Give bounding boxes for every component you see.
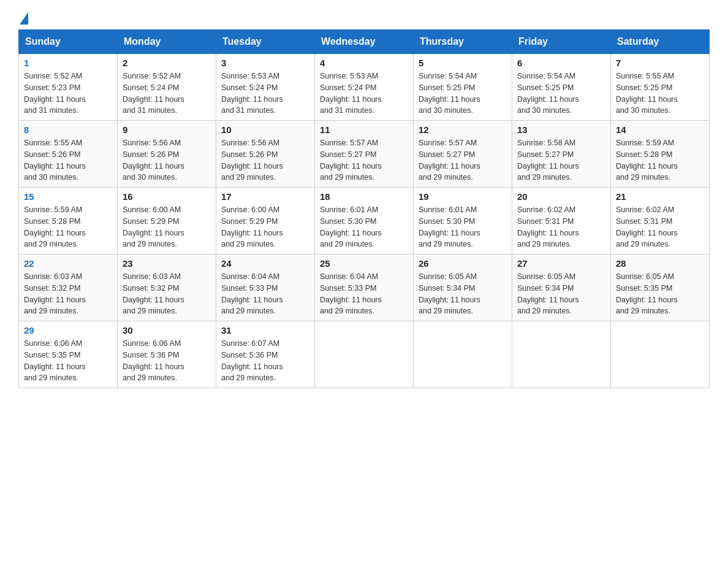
day-info: Sunrise: 5:56 AMSunset: 5:26 PMDaylight:… (221, 139, 283, 182)
day-cell-9: 9 Sunrise: 5:56 AMSunset: 5:26 PMDayligh… (118, 121, 216, 188)
empty-cell (611, 321, 710, 388)
week-row-1: 1 Sunrise: 5:52 AMSunset: 5:23 PMDayligh… (19, 54, 710, 121)
day-cell-24: 24 Sunrise: 6:04 AMSunset: 5:33 PMDaylig… (216, 255, 315, 321)
day-cell-19: 19 Sunrise: 6:01 AMSunset: 5:30 PMDaylig… (414, 188, 512, 255)
day-number: 4 (320, 58, 408, 68)
empty-cell (512, 321, 611, 388)
week-row-4: 22 Sunrise: 6:03 AMSunset: 5:32 PMDaylig… (19, 255, 710, 321)
day-cell-22: 22 Sunrise: 6:03 AMSunset: 5:32 PMDaylig… (19, 255, 118, 321)
day-number: 31 (221, 325, 309, 335)
day-number: 28 (616, 258, 704, 269)
day-info: Sunrise: 6:01 AMSunset: 5:30 PMDaylight:… (320, 205, 382, 248)
day-number: 15 (24, 191, 112, 202)
day-cell-25: 25 Sunrise: 6:04 AMSunset: 5:33 PMDaylig… (315, 255, 414, 321)
day-cell-11: 11 Sunrise: 5:57 AMSunset: 5:27 PMDaylig… (315, 121, 414, 188)
day-info: Sunrise: 5:55 AMSunset: 5:26 PMDaylight:… (24, 139, 86, 182)
day-info: Sunrise: 6:06 AMSunset: 5:35 PMDaylight:… (24, 339, 86, 382)
day-number: 27 (517, 258, 605, 269)
day-info: Sunrise: 6:05 AMSunset: 5:35 PMDaylight:… (616, 272, 678, 315)
day-cell-30: 30 Sunrise: 6:06 AMSunset: 5:36 PMDaylig… (118, 321, 216, 388)
day-cell-20: 20 Sunrise: 6:02 AMSunset: 5:31 PMDaylig… (512, 188, 611, 255)
day-info: Sunrise: 6:07 AMSunset: 5:36 PMDaylight:… (221, 339, 283, 382)
day-cell-5: 5 Sunrise: 5:54 AMSunset: 5:25 PMDayligh… (414, 54, 512, 121)
day-number: 1 (24, 58, 112, 68)
day-cell-4: 4 Sunrise: 5:53 AMSunset: 5:24 PMDayligh… (315, 54, 414, 121)
day-cell-2: 2 Sunrise: 5:52 AMSunset: 5:24 PMDayligh… (118, 54, 216, 121)
day-cell-23: 23 Sunrise: 6:03 AMSunset: 5:32 PMDaylig… (118, 255, 216, 321)
day-info: Sunrise: 6:01 AMSunset: 5:30 PMDaylight:… (419, 205, 480, 248)
header-thursday: Thursday (414, 30, 512, 54)
day-number: 11 (320, 124, 408, 135)
day-cell-17: 17 Sunrise: 6:00 AMSunset: 5:29 PMDaylig… (216, 188, 315, 255)
day-info: Sunrise: 6:02 AMSunset: 5:31 PMDaylight:… (517, 205, 579, 248)
header-sunday: Sunday (19, 30, 118, 54)
day-number: 10 (221, 124, 309, 135)
day-info: Sunrise: 5:52 AMSunset: 5:23 PMDaylight:… (24, 72, 86, 115)
day-info: Sunrise: 5:54 AMSunset: 5:25 PMDaylight:… (419, 72, 480, 115)
day-info: Sunrise: 6:06 AMSunset: 5:36 PMDaylight:… (123, 339, 184, 382)
day-cell-14: 14 Sunrise: 5:59 AMSunset: 5:28 PMDaylig… (611, 121, 710, 188)
day-cell-31: 31 Sunrise: 6:07 AMSunset: 5:36 PMDaylig… (216, 321, 315, 388)
week-row-3: 15 Sunrise: 5:59 AMSunset: 5:28 PMDaylig… (19, 188, 710, 255)
day-number: 13 (517, 124, 605, 135)
day-info: Sunrise: 5:58 AMSunset: 5:27 PMDaylight:… (517, 139, 579, 182)
day-number: 22 (24, 258, 112, 269)
day-cell-13: 13 Sunrise: 5:58 AMSunset: 5:27 PMDaylig… (512, 121, 611, 188)
header-tuesday: Tuesday (216, 30, 315, 54)
day-info: Sunrise: 5:56 AMSunset: 5:26 PMDaylight:… (123, 139, 184, 182)
day-info: Sunrise: 5:54 AMSunset: 5:25 PMDaylight:… (517, 72, 579, 115)
logo (18, 12, 28, 22)
day-cell-8: 8 Sunrise: 5:55 AMSunset: 5:26 PMDayligh… (19, 121, 118, 188)
day-number: 12 (419, 124, 507, 135)
day-info: Sunrise: 5:53 AMSunset: 5:24 PMDaylight:… (221, 72, 283, 115)
day-cell-12: 12 Sunrise: 5:57 AMSunset: 5:27 PMDaylig… (414, 121, 512, 188)
calendar-header-row: SundayMondayTuesdayWednesdayThursdayFrid… (19, 30, 710, 54)
day-info: Sunrise: 5:55 AMSunset: 5:25 PMDaylight:… (616, 72, 678, 115)
week-row-5: 29 Sunrise: 6:06 AMSunset: 5:35 PMDaylig… (19, 321, 710, 388)
day-info: Sunrise: 5:53 AMSunset: 5:24 PMDaylight:… (320, 72, 382, 115)
day-number: 17 (221, 191, 309, 202)
empty-cell (315, 321, 414, 388)
day-number: 25 (320, 258, 408, 269)
day-number: 19 (419, 191, 507, 202)
day-info: Sunrise: 6:05 AMSunset: 5:34 PMDaylight:… (419, 272, 480, 315)
day-cell-27: 27 Sunrise: 6:05 AMSunset: 5:34 PMDaylig… (512, 255, 611, 321)
day-cell-1: 1 Sunrise: 5:52 AMSunset: 5:23 PMDayligh… (19, 54, 118, 121)
day-cell-26: 26 Sunrise: 6:05 AMSunset: 5:34 PMDaylig… (414, 255, 512, 321)
day-cell-10: 10 Sunrise: 5:56 AMSunset: 5:26 PMDaylig… (216, 121, 315, 188)
day-info: Sunrise: 6:05 AMSunset: 5:34 PMDaylight:… (517, 272, 579, 315)
day-info: Sunrise: 6:02 AMSunset: 5:31 PMDaylight:… (616, 205, 678, 248)
day-cell-3: 3 Sunrise: 5:53 AMSunset: 5:24 PMDayligh… (216, 54, 315, 121)
day-info: Sunrise: 5:59 AMSunset: 5:28 PMDaylight:… (24, 205, 86, 248)
day-info: Sunrise: 6:00 AMSunset: 5:29 PMDaylight:… (221, 205, 283, 248)
day-info: Sunrise: 5:57 AMSunset: 5:27 PMDaylight:… (320, 139, 382, 182)
day-number: 5 (419, 58, 507, 68)
day-number: 2 (123, 58, 211, 68)
header-wednesday: Wednesday (315, 30, 414, 54)
day-number: 14 (616, 124, 704, 135)
day-number: 18 (320, 191, 408, 202)
day-info: Sunrise: 6:03 AMSunset: 5:32 PMDaylight:… (24, 272, 86, 315)
day-cell-16: 16 Sunrise: 6:00 AMSunset: 5:29 PMDaylig… (118, 188, 216, 255)
logo-triangle-icon (20, 12, 28, 25)
day-info: Sunrise: 6:03 AMSunset: 5:32 PMDaylight:… (123, 272, 184, 315)
day-info: Sunrise: 5:59 AMSunset: 5:28 PMDaylight:… (616, 139, 678, 182)
week-row-2: 8 Sunrise: 5:55 AMSunset: 5:26 PMDayligh… (19, 121, 710, 188)
day-cell-18: 18 Sunrise: 6:01 AMSunset: 5:30 PMDaylig… (315, 188, 414, 255)
header-saturday: Saturday (611, 30, 710, 54)
day-number: 3 (221, 58, 309, 68)
day-cell-21: 21 Sunrise: 6:02 AMSunset: 5:31 PMDaylig… (611, 188, 710, 255)
calendar-table: SundayMondayTuesdayWednesdayThursdayFrid… (18, 29, 710, 388)
day-cell-28: 28 Sunrise: 6:05 AMSunset: 5:35 PMDaylig… (611, 255, 710, 321)
page-header (18, 12, 710, 22)
day-number: 7 (616, 58, 704, 68)
day-number: 21 (616, 191, 704, 202)
empty-cell (414, 321, 512, 388)
day-number: 16 (123, 191, 211, 202)
day-number: 24 (221, 258, 309, 269)
day-number: 26 (419, 258, 507, 269)
day-number: 20 (517, 191, 605, 202)
header-monday: Monday (118, 30, 216, 54)
day-number: 6 (517, 58, 605, 68)
day-info: Sunrise: 5:52 AMSunset: 5:24 PMDaylight:… (123, 72, 184, 115)
